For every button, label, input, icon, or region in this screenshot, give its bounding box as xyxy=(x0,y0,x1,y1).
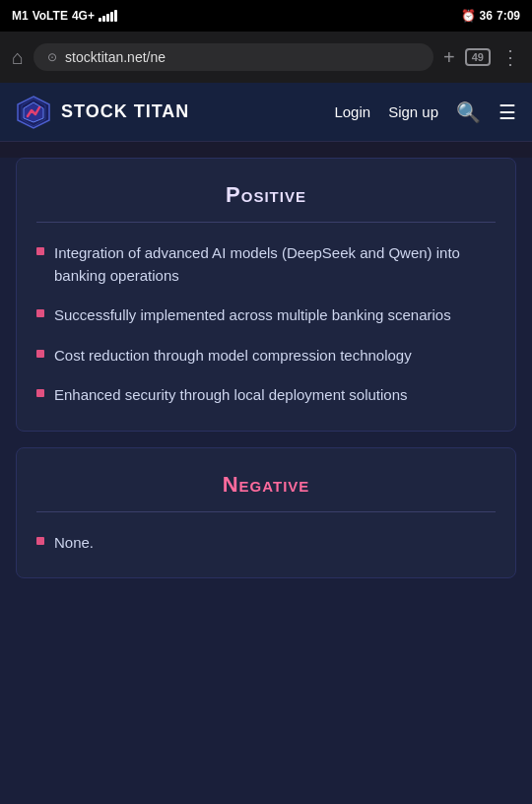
alarm-icon: ⏰ xyxy=(461,9,476,23)
signal-bar-5 xyxy=(114,10,117,22)
signal-bars xyxy=(99,10,117,22)
positive-title: Positive xyxy=(36,182,496,208)
negative-item-1: None. xyxy=(54,532,94,555)
url-text: stocktitan.net/ne xyxy=(65,49,166,65)
positive-item-3: Cost reduction through model compression… xyxy=(54,345,412,368)
list-item: Successfully implemented across multiple… xyxy=(36,304,496,327)
negative-list: None. xyxy=(36,532,496,555)
status-left: M1 VoLTE 4G+ xyxy=(12,9,117,23)
positive-section: Positive Integration of advanced AI mode… xyxy=(16,158,516,432)
list-item: Integration of advanced AI models (DeepS… xyxy=(36,242,496,287)
add-tab-icon[interactable]: + xyxy=(443,46,455,69)
signal-bar-3 xyxy=(106,14,109,22)
browser-bar: ⌂ ⊙ stocktitan.net/ne + 49 ⋮ xyxy=(0,32,532,83)
positive-divider xyxy=(36,222,496,223)
signup-link[interactable]: Sign up xyxy=(388,103,438,120)
url-bar[interactable]: ⊙ stocktitan.net/ne xyxy=(33,43,433,71)
bullet-icon xyxy=(36,247,44,255)
positive-list: Integration of advanced AI models (DeepS… xyxy=(36,242,496,407)
nav-logo: STOCK TITAN xyxy=(16,95,189,130)
signal-bar-1 xyxy=(99,18,101,22)
battery-label: 36 xyxy=(480,9,493,23)
list-item: Enhanced security through local deployme… xyxy=(36,384,496,407)
search-icon[interactable]: 🔍 xyxy=(456,100,481,124)
bullet-icon xyxy=(36,537,44,545)
volte-label: VoLTE xyxy=(33,9,68,23)
negative-divider xyxy=(36,511,496,512)
list-item: Cost reduction through model compression… xyxy=(36,345,496,368)
security-icon: ⊙ xyxy=(47,50,57,64)
login-link[interactable]: Login xyxy=(334,103,370,120)
signal-bar-2 xyxy=(102,16,105,22)
tab-count-badge[interactable]: 49 xyxy=(465,48,491,66)
nav-links: Login Sign up 🔍 ☰ xyxy=(334,100,516,124)
main-content: Positive Integration of advanced AI mode… xyxy=(0,158,532,804)
brand-name: STOCK TITAN xyxy=(61,101,189,122)
bullet-icon xyxy=(36,309,44,317)
menu-icon[interactable]: ☰ xyxy=(499,100,516,124)
more-options-icon[interactable]: ⋮ xyxy=(500,45,520,69)
carrier-label: M1 xyxy=(12,9,29,23)
positive-item-4: Enhanced security through local deployme… xyxy=(54,384,408,407)
time-label: 7:09 xyxy=(497,9,520,23)
bullet-icon xyxy=(36,389,44,397)
home-icon[interactable]: ⌂ xyxy=(12,46,24,69)
signal-bar-4 xyxy=(110,12,113,22)
nav-bar: STOCK TITAN Login Sign up 🔍 ☰ xyxy=(0,83,532,142)
logo-icon xyxy=(16,95,51,130)
negative-title: Negative xyxy=(36,472,496,498)
bullet-icon xyxy=(36,350,44,358)
status-right: ⏰ 36 7:09 xyxy=(461,9,520,23)
negative-section: Negative None. xyxy=(16,447,516,579)
list-item: None. xyxy=(36,532,496,555)
network-type-label: 4G+ xyxy=(72,9,95,23)
positive-item-2: Successfully implemented across multiple… xyxy=(54,304,451,327)
positive-item-1: Integration of advanced AI models (DeepS… xyxy=(54,242,496,287)
status-bar: M1 VoLTE 4G+ ⏰ 36 7:09 xyxy=(0,0,532,32)
